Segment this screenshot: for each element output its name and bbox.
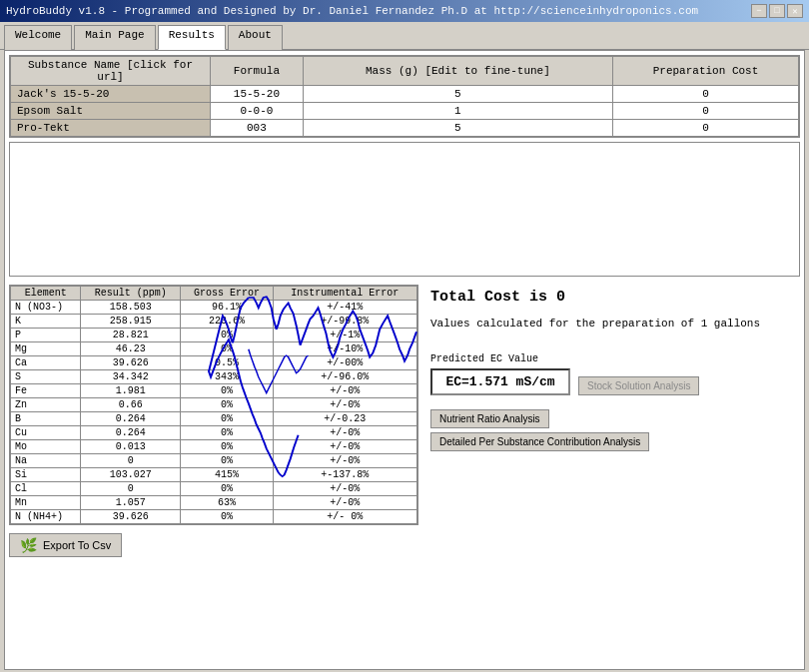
element-cell: 158.503 <box>81 301 181 315</box>
table-row: Ca39.6260.5%+/-00% <box>11 356 417 370</box>
element-cell: +/-0% <box>273 454 416 468</box>
element-cell: K <box>11 315 81 329</box>
element-cell: 103.027 <box>81 468 181 482</box>
total-cost-label: Total Cost is 0 <box>430 289 796 306</box>
substance-cost: 0 <box>613 120 799 137</box>
element-cell: +/-96.0% <box>273 370 416 384</box>
col-header-cost: Preparation Cost <box>613 57 799 86</box>
export-csv-button[interactable]: 🌿 Export To Csv <box>9 533 122 557</box>
table-row: B0.2640%+/-0.23 <box>11 412 417 426</box>
element-cell: 415% <box>181 468 273 482</box>
element-cell: 0.264 <box>81 412 181 426</box>
element-cell: 0% <box>181 384 273 398</box>
bottom-section: Element Result (ppm) Gross Error Instrum… <box>9 285 800 525</box>
tab-results[interactable]: Results <box>158 25 226 50</box>
element-cell: Mn <box>11 496 81 510</box>
minimize-button[interactable]: − <box>751 4 767 18</box>
nutrient-ratio-button[interactable]: Nutrient Ratio Analysis <box>430 409 549 428</box>
substance-mass[interactable]: 5 <box>303 120 612 137</box>
tab-about[interactable]: About <box>228 25 283 50</box>
substance-cost: 0 <box>613 103 799 120</box>
table-row: N (NO3-)158.50396.1%+/-41% <box>11 301 417 315</box>
close-button[interactable]: ✕ <box>787 4 803 18</box>
table-row[interactable]: Epsom Salt 0-0-0 1 0 <box>11 103 799 120</box>
tab-main-page[interactable]: Main Page <box>74 25 155 50</box>
element-cell: +/-0% <box>273 496 416 510</box>
ec-value: EC=1.571 mS/cm <box>430 368 570 395</box>
element-cell: 0% <box>181 412 273 426</box>
col-instrumental-error: Instrumental Error <box>273 287 416 301</box>
element-cell: 0% <box>181 398 273 412</box>
element-cell: +/-00% <box>273 356 416 370</box>
col-element: Element <box>11 287 81 301</box>
table-row: S34.342343%+/-96.0% <box>11 370 417 384</box>
element-cell: Mo <box>11 440 81 454</box>
element-cell: 0.013 <box>81 440 181 454</box>
element-cell: 0% <box>181 510 273 524</box>
element-cell: +/-0% <box>273 482 416 496</box>
element-cell: 0.66 <box>81 398 181 412</box>
menu-bar: Welcome Main Page Results About <box>0 22 809 50</box>
substance-name: Jack's 15-5-20 <box>11 86 211 103</box>
table-row: Cu0.2640%+/-0% <box>11 426 417 440</box>
element-cell: 1.981 <box>81 384 181 398</box>
table-row: Na00%+/-0% <box>11 454 417 468</box>
export-icon: 🌿 <box>20 537 37 553</box>
substance-formula: 0-0-0 <box>211 103 304 120</box>
element-cell: 63% <box>181 496 273 510</box>
element-cell: +/- 0% <box>273 510 416 524</box>
element-cell: +/-1% <box>273 329 416 342</box>
substance-name: Pro-Tekt <box>11 120 211 137</box>
element-cell: 0 <box>81 482 181 496</box>
element-cell: 0.5% <box>181 356 273 370</box>
element-cell: 28.821 <box>81 329 181 342</box>
stock-solution-button[interactable]: Stock Solution Analysis <box>578 376 699 395</box>
element-cell: Cl <box>11 482 81 496</box>
element-cell: 0% <box>181 342 273 356</box>
element-cell: +/-10% <box>273 342 416 356</box>
tab-welcome[interactable]: Welcome <box>4 25 72 50</box>
substances-table-wrapper: Substance Name [click for url] Formula M… <box>9 55 800 138</box>
table-row: N (NH4+)39.6260%+/- 0% <box>11 510 417 524</box>
element-cell: Si <box>11 468 81 482</box>
element-cell: P <box>11 329 81 342</box>
element-cell: Zn <box>11 398 81 412</box>
table-row: P28.8210%+/-1% <box>11 329 417 342</box>
elements-table: Element Result (ppm) Gross Error Instrum… <box>10 286 417 524</box>
table-row[interactable]: Jack's 15-5-20 15-5-20 5 0 <box>11 86 799 103</box>
main-content: Substance Name [click for url] Formula M… <box>4 50 805 670</box>
elements-table-wrapper: Element Result (ppm) Gross Error Instrum… <box>9 285 418 525</box>
element-cell: +/-0% <box>273 440 416 454</box>
table-row: Zn0.660%+/-0% <box>11 398 417 412</box>
element-cell: B <box>11 412 81 426</box>
element-cell: Cu <box>11 426 81 440</box>
gallons-text: Values calculated for the preparation of… <box>430 318 796 330</box>
element-cell: 46.23 <box>81 342 181 356</box>
col-gross-error: Gross Error <box>181 287 273 301</box>
element-cell: N (NH4+) <box>11 510 81 524</box>
table-row: Si103.027415%+-137.8% <box>11 468 417 482</box>
table-row: Cl00%+/-0% <box>11 482 417 496</box>
ec-section: Predicted EC Value EC=1.571 mS/cm Stock … <box>430 353 796 451</box>
element-cell: +/-0.23 <box>273 412 416 426</box>
substance-mass[interactable]: 1 <box>303 103 612 120</box>
element-cell: 0% <box>181 426 273 440</box>
chart-area <box>9 142 800 277</box>
element-cell: S <box>11 370 81 384</box>
element-cell: +/-0% <box>273 398 416 412</box>
substance-mass[interactable]: 5 <box>303 86 612 103</box>
element-cell: 0% <box>181 454 273 468</box>
table-row[interactable]: Pro-Tekt 003 5 0 <box>11 120 799 137</box>
element-cell: +/-0% <box>273 426 416 440</box>
element-cell: 258.915 <box>81 315 181 329</box>
element-cell: Fe <box>11 384 81 398</box>
element-cell: 223.6% <box>181 315 273 329</box>
detailed-analysis-button[interactable]: Detailed Per Substance Contribution Anal… <box>430 432 649 451</box>
element-cell: 0% <box>181 482 273 496</box>
substance-formula: 003 <box>211 120 304 137</box>
element-cell: N (NO3-) <box>11 301 81 315</box>
element-cell: 39.626 <box>81 510 181 524</box>
right-buttons: Stock Solution Analysis <box>578 376 699 395</box>
element-cell: 0% <box>181 329 273 342</box>
maximize-button[interactable]: □ <box>769 4 785 18</box>
